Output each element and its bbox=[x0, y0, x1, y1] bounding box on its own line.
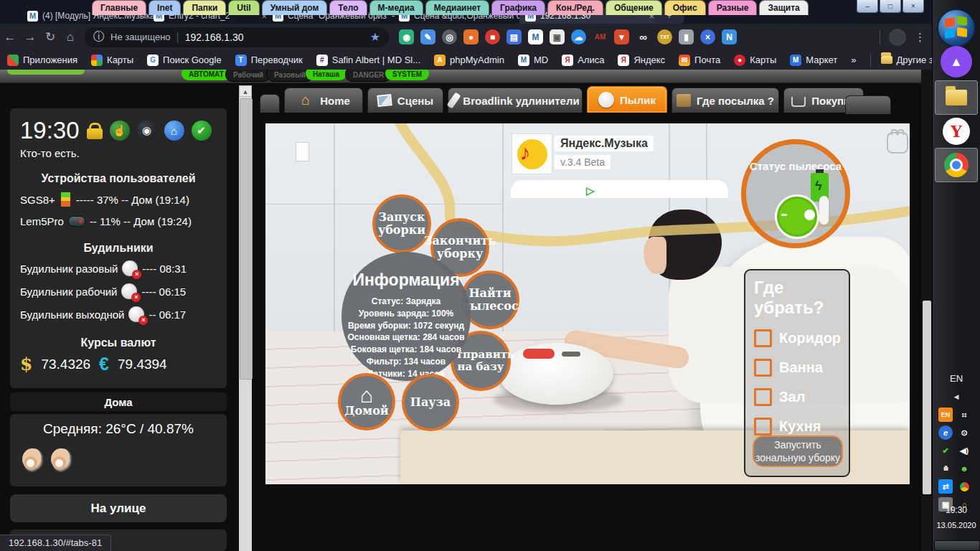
bookmark-mail[interactable]: ✉ Почта bbox=[679, 55, 720, 66]
folder-tab[interactable]: Умный дом bbox=[262, 0, 328, 15]
extension-editor-icon[interactable]: ✎ bbox=[420, 29, 435, 44]
start-cleaning-button[interactable]: Запуск уборки bbox=[372, 194, 431, 253]
mode-badge[interactable]: Наташа bbox=[306, 70, 347, 80]
chrome-tray-icon[interactable] bbox=[957, 479, 971, 494]
antivirus-icon[interactable]: ✔ bbox=[938, 443, 953, 458]
folder-tab[interactable]: Кон./Ред. bbox=[547, 0, 603, 15]
tabs-scroll-right-button[interactable] bbox=[845, 95, 891, 114]
bookmark-phpmyadmin[interactable]: A phpMyAdmin bbox=[434, 55, 504, 66]
zone-checkbox[interactable] bbox=[754, 359, 772, 377]
folder-tab[interactable]: Общение bbox=[606, 0, 662, 15]
maximize-button[interactable]: □ bbox=[880, 0, 901, 13]
folder-tab[interactable]: Медиаинет bbox=[425, 0, 489, 15]
tray-expand-arrow[interactable]: ◀ bbox=[933, 393, 980, 400]
show-desktop-button[interactable] bbox=[934, 540, 980, 551]
outside-section-button[interactable]: На улице bbox=[10, 494, 227, 522]
tab-home[interactable]: ⌂ Home bbox=[284, 88, 363, 113]
bookmark-yandex[interactable]: Я Яндекс bbox=[618, 55, 665, 66]
zone-checkbox[interactable] bbox=[754, 388, 772, 406]
chrome-taskbar-item[interactable] bbox=[933, 148, 980, 182]
close-button[interactable]: × bbox=[903, 0, 924, 13]
page-scrollbar-thumb[interactable] bbox=[923, 301, 931, 494]
scroll-up-arrow[interactable]: ▲ bbox=[239, 85, 252, 97]
extension-battery-icon[interactable]: ▮ bbox=[679, 29, 694, 44]
tab-parcel[interactable]: Где посылка ? bbox=[672, 88, 779, 113]
reload-icon[interactable]: ↻ bbox=[40, 29, 60, 44]
extension-shield-download-icon[interactable]: ▼ bbox=[614, 29, 629, 44]
browser-menu-icon[interactable]: ⋮ bbox=[915, 31, 925, 44]
extension-lighthouse-icon[interactable]: ◉ bbox=[399, 29, 414, 44]
site-info-icon[interactable]: ⓘ bbox=[93, 29, 105, 44]
extension-am-icon[interactable]: AM bbox=[593, 29, 608, 44]
extension-archive-icon[interactable]: ▤ bbox=[507, 29, 522, 44]
zone-checkbox[interactable] bbox=[754, 418, 772, 435]
alice-taskbar-item[interactable]: ▲ bbox=[933, 46, 980, 77]
bookmark-apps[interactable]: Приложения bbox=[7, 55, 77, 66]
minimize-button[interactable]: – bbox=[857, 0, 878, 13]
folder-tab[interactable]: Графика bbox=[491, 0, 545, 15]
folder-tab[interactable]: Защита bbox=[759, 0, 808, 15]
volume-icon[interactable]: ◀) bbox=[957, 443, 971, 458]
mode-badge[interactable]: Рабочий bbox=[225, 70, 271, 82]
bookmark-market[interactable]: M Маркет bbox=[790, 55, 837, 66]
home-icon[interactable]: ⌂ bbox=[60, 30, 80, 44]
sync-arrows-icon[interactable]: ⠶ bbox=[957, 408, 971, 422]
folder-tab[interactable]: Офис bbox=[664, 0, 706, 15]
teamviewer-icon[interactable]: ⇄ bbox=[938, 479, 953, 494]
taskbar-clock[interactable]: 19:30 bbox=[933, 505, 980, 515]
mode-badge[interactable]: АВТОМАТ bbox=[182, 70, 231, 80]
language-indicator[interactable]: EN bbox=[933, 373, 980, 384]
extension-feather-icon[interactable]: N bbox=[722, 29, 737, 44]
explorer-taskbar-item[interactable] bbox=[933, 80, 980, 115]
network-signal-icon[interactable]: ıllı bbox=[938, 461, 953, 476]
agent-icon[interactable]: ☻ bbox=[957, 461, 971, 476]
punto-switcher-icon[interactable]: EN bbox=[938, 408, 953, 422]
forward-icon[interactable]: → bbox=[20, 30, 40, 44]
folder-tab[interactable]: Папки bbox=[183, 0, 226, 15]
zone-checkbox[interactable] bbox=[754, 329, 772, 347]
tab-scenes[interactable]: Сцены bbox=[367, 88, 443, 113]
alarm-clock-icon[interactable]: × bbox=[122, 260, 138, 276]
taskbar-date[interactable]: 13.05.2020 bbox=[933, 521, 980, 529]
go-home-button[interactable]: ⌂ Домой bbox=[338, 373, 395, 430]
folder-tab[interactable]: Главные bbox=[92, 0, 146, 15]
extension-pin-icon[interactable]: ◎ bbox=[442, 29, 457, 44]
mode-badge[interactable]: SYSTEM bbox=[385, 70, 429, 80]
pause-button[interactable]: Пауза bbox=[402, 374, 459, 431]
sidebar-scrollbar[interactable]: ▲ bbox=[239, 85, 252, 551]
bookmark-gmaps[interactable]: Карты bbox=[91, 55, 133, 66]
tabs-scroll-left-button[interactable] bbox=[260, 94, 280, 113]
bookmark-alisa[interactable]: Я Алиса bbox=[562, 55, 604, 66]
tab-vacuum-active[interactable]: Пылик bbox=[587, 86, 667, 113]
extension-stop-hand-icon[interactable]: ■ bbox=[485, 29, 500, 44]
extension-translator-icon[interactable]: × bbox=[700, 29, 715, 44]
extension-txt-icon[interactable]: TXT bbox=[657, 29, 672, 44]
bookmarks-overflow[interactable]: » bbox=[851, 55, 856, 65]
bookmark-ymaps[interactable]: ● Карты bbox=[734, 55, 776, 66]
music-player-bar[interactable]: ▷ bbox=[511, 180, 728, 198]
tab-broadlink[interactable]: Broadlink удлинители bbox=[448, 88, 583, 113]
extension-search-icon[interactable]: ● bbox=[463, 29, 479, 44]
folder-tab[interactable]: Разные bbox=[708, 0, 758, 15]
extension-cart-icon[interactable]: ▣ bbox=[550, 29, 565, 44]
home-section-header[interactable]: Дома bbox=[10, 392, 227, 411]
alarm-clock-icon[interactable]: × bbox=[128, 306, 144, 322]
yandex-browser-taskbar-item[interactable]: Y bbox=[933, 118, 980, 145]
scrollbar-thumb[interactable] bbox=[240, 98, 253, 380]
page-scrollbar[interactable] bbox=[921, 70, 933, 551]
start-zone-cleaning-button[interactable]: Запустить зональную уборку bbox=[753, 435, 843, 467]
bookmark-star-icon[interactable]: ★ bbox=[370, 30, 380, 44]
bookmark-md[interactable]: М MD bbox=[518, 55, 548, 66]
alarm-clock-icon[interactable]: × bbox=[121, 283, 137, 299]
bookmark-slack[interactable]: # Safin Albert | MD Sl... bbox=[316, 55, 420, 66]
folder-tab[interactable]: Util bbox=[228, 0, 259, 15]
bookmark-google-search[interactable]: G Поиск Google bbox=[147, 55, 222, 66]
folder-tab[interactable]: Тело bbox=[329, 0, 367, 15]
profile-avatar[interactable] bbox=[889, 29, 906, 46]
extension-cloud-icon[interactable]: ☁ bbox=[571, 29, 586, 44]
extension-infinity-icon[interactable]: ∞ bbox=[636, 29, 651, 44]
bookmark-translate[interactable]: T Переводчик bbox=[235, 55, 303, 66]
address-bar[interactable]: ⓘ Не защищено | 192.168.1.30 ★ bbox=[85, 27, 389, 47]
back-icon[interactable]: ← bbox=[0, 30, 20, 44]
internet-explorer-icon[interactable]: e bbox=[938, 425, 953, 440]
